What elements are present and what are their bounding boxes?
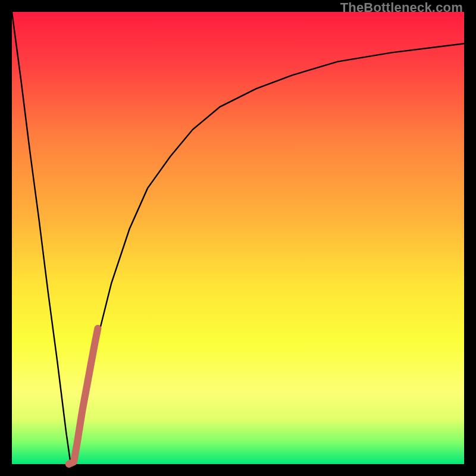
curve-left-branch: [12, 12, 71, 464]
watermark-text: TheBottleneck.com: [340, 0, 463, 15]
outer-frame: TheBottleneck.com: [0, 0, 476, 476]
curve-right-branch: [74, 43, 464, 464]
highlight-segment: [69, 328, 98, 464]
plot-area: [12, 12, 464, 464]
plot-svg: [12, 12, 464, 464]
